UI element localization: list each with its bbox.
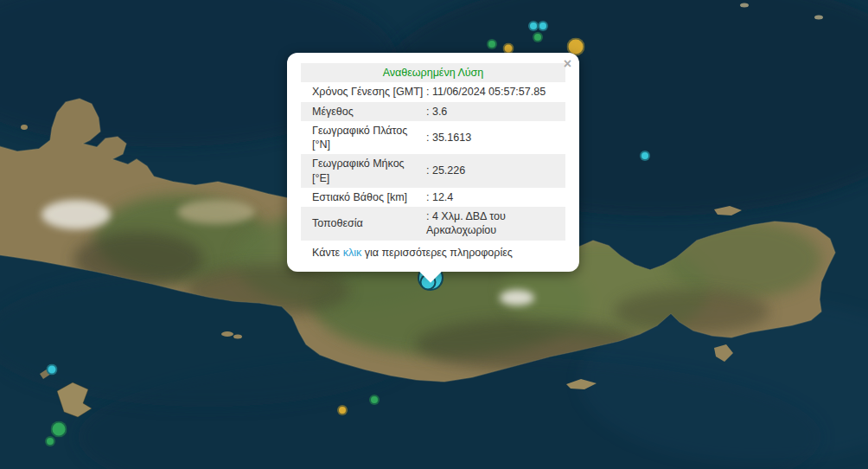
popup-table: Χρόνος Γένεσης [GMT]: 11/06/2024 05:57:5… <box>301 82 565 240</box>
footer-text-suffix: για περισσότερες πληροφορίες <box>361 247 513 259</box>
popup-row-value: : 12.4 <box>426 188 565 207</box>
popup-title: Αναθεωρημένη Λύση <box>301 63 565 82</box>
earthquake-marker-green[interactable] <box>51 421 67 438</box>
popup-row-value: : 25.226 <box>426 161 565 180</box>
more-info-link[interactable]: κλικ <box>343 247 362 259</box>
popup-row-value: : 35.1613 <box>426 128 565 147</box>
popup-row-value: : 4 Χλμ. ΔΒΔ του Αρκαλοχωρίου <box>426 207 565 241</box>
popup-close-button[interactable]: × <box>564 57 571 71</box>
popup-footer: Κάντε κλικ για περισσότερες πληροφορίες <box>301 241 565 261</box>
popup-row-label: Μέγεθος <box>301 102 426 121</box>
popup-row-label: Τοποθεσία <box>301 214 426 233</box>
earthquake-marker-cyan[interactable] <box>47 364 58 376</box>
earthquake-marker-cyan[interactable] <box>538 21 548 31</box>
earthquake-marker-green[interactable] <box>45 436 55 447</box>
popup-row-label: Χρόνος Γένεσης [GMT] <box>301 82 426 101</box>
popup-row-label: Γεωγραφικό Μήκος [°E] <box>301 154 426 188</box>
popup-row: Χρόνος Γένεσης [GMT]: 11/06/2024 05:57:5… <box>301 82 565 101</box>
popup-row-value: : 11/06/2024 05:57:57.85 <box>426 82 565 101</box>
earthquake-marker-green[interactable] <box>533 32 543 42</box>
popup-row: Γεωγραφικό Μήκος [°E]: 25.226 <box>301 154 565 188</box>
earthquake-marker-green[interactable] <box>487 39 497 49</box>
earthquake-marker-cyan[interactable] <box>640 151 650 161</box>
popup-row-label: Εστιακό Βάθος [km] <box>301 188 426 207</box>
popup-row-label: Γεωγραφικό Πλάτος [°N] <box>301 121 426 155</box>
popup-row-value: : 3.6 <box>426 102 565 121</box>
earthquake-marker-yellow[interactable] <box>337 405 348 415</box>
popup-row: Εστιακό Βάθος [km]: 12.4 <box>301 188 565 207</box>
event-popup: × Αναθεωρημένη Λύση Χρόνος Γένεσης [GMT]… <box>287 53 579 272</box>
popup-row: Μέγεθος: 3.6 <box>301 102 565 121</box>
popup-row: Γεωγραφικό Πλάτος [°N]: 35.1613 <box>301 121 565 155</box>
map-app: × Αναθεωρημένη Λύση Χρόνος Γένεσης [GMT]… <box>0 0 868 469</box>
popup-row: Τοποθεσία: 4 Χλμ. ΔΒΔ του Αρκαλοχωρίου <box>301 207 565 241</box>
footer-text-prefix: Κάντε <box>312 247 343 259</box>
earthquake-marker-green[interactable] <box>369 395 380 405</box>
